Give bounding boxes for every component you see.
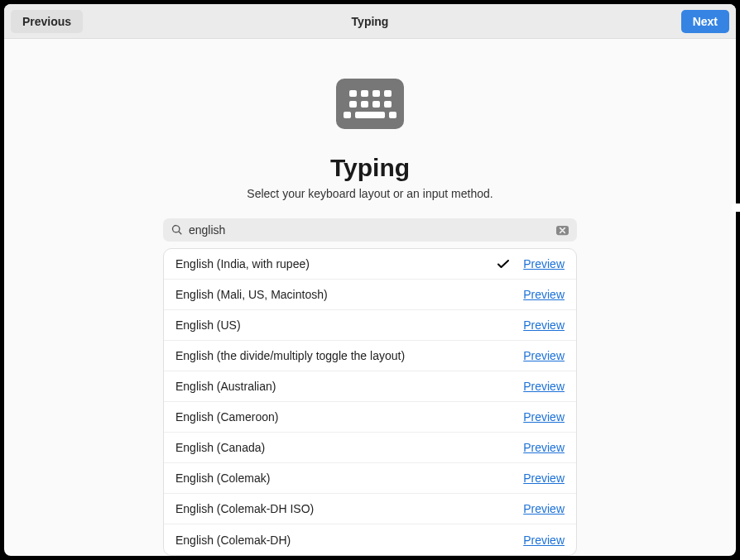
layout-name: English (Canada) bbox=[175, 441, 523, 454]
preview-link[interactable]: Preview bbox=[523, 471, 565, 485]
preview-link[interactable]: Preview bbox=[523, 502, 565, 515]
layout-name: English (US) bbox=[175, 318, 523, 332]
layout-name: English (Mali, US, Macintosh) bbox=[175, 288, 523, 301]
setup-window: Previous Typing Next Typing Select your … bbox=[4, 4, 736, 556]
layout-name: English (the divide/multiply toggle the … bbox=[175, 349, 523, 362]
layout-row[interactable]: English (US)Preview bbox=[164, 310, 576, 341]
layout-panel: English (India, with rupee)PreviewEnglis… bbox=[163, 218, 577, 556]
layout-row[interactable]: English (India, with rupee)Preview bbox=[164, 249, 576, 280]
search-input[interactable] bbox=[189, 223, 550, 237]
titlebar: Previous Typing Next bbox=[4, 4, 736, 39]
layout-name: English (Cameroon) bbox=[175, 410, 523, 424]
layout-row[interactable]: English (Cameroon)Preview bbox=[164, 402, 576, 433]
page-title: Typing bbox=[330, 154, 410, 182]
preview-link[interactable]: Preview bbox=[523, 410, 565, 424]
search-icon bbox=[171, 224, 183, 236]
layout-name: English (Colemak) bbox=[175, 471, 523, 485]
previous-button[interactable]: Previous bbox=[11, 10, 83, 33]
search-field[interactable] bbox=[163, 218, 577, 242]
layout-row[interactable]: English (Colemak-DH ISO)Preview bbox=[164, 494, 576, 524]
layout-row[interactable]: English (Colemak)Preview bbox=[164, 463, 576, 494]
page-subtitle: Select your keyboard layout or an input … bbox=[247, 187, 493, 200]
preview-link[interactable]: Preview bbox=[523, 441, 565, 454]
next-button[interactable]: Next bbox=[681, 10, 729, 33]
layout-row[interactable]: English (Australian)Preview bbox=[164, 371, 576, 402]
layout-list: English (India, with rupee)PreviewEnglis… bbox=[163, 248, 577, 556]
clear-icon[interactable] bbox=[556, 224, 569, 237]
keyboard-icon bbox=[336, 79, 404, 129]
preview-link[interactable]: Preview bbox=[523, 380, 565, 393]
content-area: Typing Select your keyboard layout or an… bbox=[4, 39, 736, 556]
titlebar-title: Typing bbox=[352, 15, 389, 28]
layout-name: English (Colemak-DH) bbox=[175, 534, 523, 547]
layout-row[interactable]: English (the divide/multiply toggle the … bbox=[164, 341, 576, 371]
cursor-indicator bbox=[732, 203, 740, 212]
layout-row[interactable]: English (Mali, US, Macintosh)Preview bbox=[164, 280, 576, 310]
layout-row[interactable]: English (Canada)Preview bbox=[164, 433, 576, 463]
layout-name: English (India, with rupee) bbox=[175, 257, 497, 270]
preview-link[interactable]: Preview bbox=[523, 288, 565, 301]
preview-link[interactable]: Preview bbox=[523, 257, 565, 270]
preview-link[interactable]: Preview bbox=[523, 349, 565, 362]
preview-link[interactable]: Preview bbox=[523, 318, 565, 332]
layout-row[interactable]: English (Colemak-DH)Preview bbox=[164, 524, 576, 555]
layout-name: English (Australian) bbox=[175, 380, 523, 393]
check-icon bbox=[497, 257, 510, 270]
preview-link[interactable]: Preview bbox=[523, 534, 565, 547]
layout-name: English (Colemak-DH ISO) bbox=[175, 502, 523, 515]
